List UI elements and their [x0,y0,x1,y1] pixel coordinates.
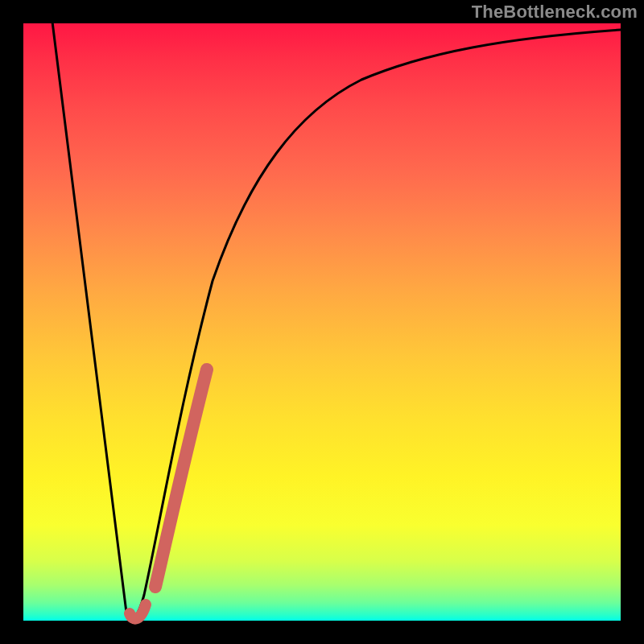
bottleneck-curve-svg [23,23,621,621]
chart-frame: TheBottleneck.com [0,0,644,644]
highlight-hook [130,605,146,619]
watermark-text: TheBottleneck.com [472,2,638,23]
highlight-segment [155,369,207,587]
bottleneck-curve [52,15,621,619]
